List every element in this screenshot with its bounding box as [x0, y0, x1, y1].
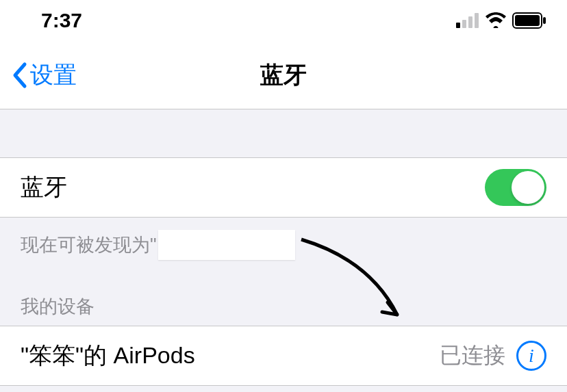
toggle-knob — [512, 171, 544, 204]
info-icon: i — [529, 345, 534, 367]
discoverable-text: 现在可被发现为" — [0, 218, 567, 260]
cellular-signal-icon — [456, 13, 479, 28]
device-row[interactable]: "笨笨"的 AirPods 已连接 i — [0, 326, 567, 386]
back-label: 设置 — [30, 60, 77, 91]
device-status: 已连接 — [440, 341, 505, 371]
bluetooth-label: 蓝牙 — [21, 172, 67, 203]
discoverable-prefix: 现在可被发现为" — [21, 233, 157, 257]
status-icons — [456, 12, 546, 29]
bluetooth-toggle[interactable] — [485, 169, 546, 206]
svg-rect-1 — [462, 20, 466, 28]
my-devices-header: 我的设备 — [0, 260, 567, 326]
status-bar: 7:37 — [0, 0, 567, 41]
device-info-button[interactable]: i — [516, 341, 546, 371]
bluetooth-toggle-row: 蓝牙 — [0, 157, 567, 218]
svg-rect-2 — [468, 16, 473, 28]
chevron-left-icon — [11, 62, 27, 89]
spacer — [0, 109, 567, 157]
svg-rect-6 — [543, 17, 546, 24]
page-title: 蓝牙 — [260, 60, 307, 91]
back-button[interactable]: 设置 — [0, 60, 77, 91]
status-time: 7:37 — [21, 9, 82, 32]
device-right: 已连接 i — [440, 341, 546, 371]
svg-rect-0 — [456, 23, 460, 28]
device-name: "笨笨"的 AirPods — [21, 340, 195, 371]
nav-bar: 设置 蓝牙 — [0, 41, 567, 109]
battery-icon — [512, 12, 546, 29]
redacted-name — [158, 230, 295, 260]
wifi-icon — [485, 12, 507, 29]
svg-rect-5 — [515, 15, 540, 26]
svg-rect-3 — [475, 13, 479, 28]
